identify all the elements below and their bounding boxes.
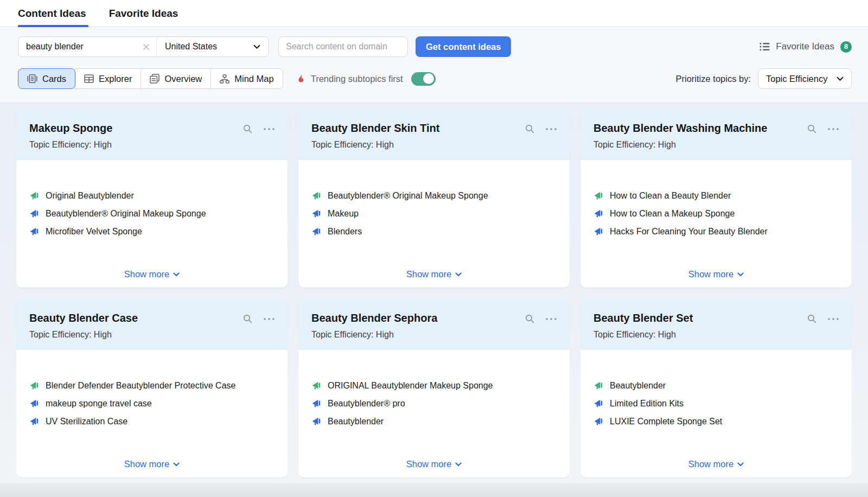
search-icon[interactable] bbox=[242, 124, 253, 134]
topic-item: Limited Edition Kits bbox=[593, 399, 839, 409]
ellipsis-icon[interactable] bbox=[827, 128, 839, 131]
prioritize-control: Prioritize topics by: Topic Efficiency bbox=[676, 68, 852, 89]
topic-efficiency: Topic Efficiency: High bbox=[593, 140, 839, 150]
show-more-label: Show more bbox=[124, 269, 169, 279]
topic-item: Beautyblender bbox=[311, 417, 557, 426]
search-icon[interactable] bbox=[807, 124, 817, 134]
topic-item: Makeup bbox=[311, 209, 557, 219]
view-explorer-button[interactable]: Explorer bbox=[75, 68, 141, 89]
megaphone-icon bbox=[593, 209, 603, 218]
topic-efficiency: Topic Efficiency: High bbox=[311, 330, 557, 340]
topic-list: Beautyblender® Original Makeup Sponge Ma… bbox=[298, 160, 570, 237]
card-header: Beauty Blender Case Topic Efficiency: Hi… bbox=[16, 298, 288, 350]
card-header: Makeup Sponge Topic Efficiency: High bbox=[16, 109, 288, 160]
show-more-link[interactable]: Show more bbox=[580, 459, 852, 469]
ellipsis-icon[interactable] bbox=[263, 128, 275, 131]
show-more-link[interactable]: Show more bbox=[580, 269, 852, 279]
topic-card: Beauty Blender Sephora Topic Efficiency:… bbox=[298, 298, 570, 477]
card-title: Beauty Blender Skin Tint bbox=[311, 122, 557, 135]
trending-label: Trending subtopics first bbox=[311, 74, 403, 84]
show-more-link[interactable]: Show more bbox=[16, 459, 288, 469]
show-more-link[interactable]: Show more bbox=[298, 459, 570, 469]
view-overview-button[interactable]: Overview bbox=[141, 68, 211, 89]
card-actions bbox=[807, 124, 839, 134]
controls-panel: United States Get content ideas Favorite… bbox=[0, 27, 868, 102]
search-icon[interactable] bbox=[525, 124, 535, 134]
keyword-input[interactable] bbox=[26, 42, 138, 52]
cards-area: Makeup Sponge Topic Efficiency: High Ori… bbox=[0, 102, 868, 483]
view-label: Cards bbox=[42, 74, 66, 84]
topic-item-label: Blenders bbox=[328, 227, 362, 237]
topic-item-label: Limited Edition Kits bbox=[610, 399, 684, 409]
megaphone-icon bbox=[311, 192, 321, 200]
topic-item: How to Clean a Beauty Blender bbox=[593, 191, 839, 201]
topic-list: Blender Defender Beautyblender Protectiv… bbox=[16, 350, 288, 426]
country-value: United States bbox=[165, 42, 217, 52]
favorite-ideas-link[interactable]: Favorite Ideas 8 bbox=[760, 41, 852, 53]
megaphone-icon bbox=[311, 381, 321, 390]
card-title: Makeup Sponge bbox=[29, 122, 275, 135]
topic-item-label: Beautyblender® Original Makeup Sponge bbox=[328, 191, 488, 201]
view-label: Explorer bbox=[99, 74, 132, 84]
chevron-down-icon bbox=[737, 462, 744, 467]
search-icon[interactable] bbox=[807, 314, 817, 324]
topic-item: Beautyblender® Original Makeup Sponge bbox=[29, 209, 275, 219]
prioritize-label: Prioritize topics by: bbox=[676, 74, 751, 84]
view-label: Mind Map bbox=[234, 74, 273, 84]
overview-icon bbox=[150, 74, 159, 84]
topic-card: Beauty Blender Set Topic Efficiency: Hig… bbox=[580, 298, 852, 477]
topic-item-label: makeup sponge travel case bbox=[46, 399, 152, 409]
view-mindmap-button[interactable]: Mind Map bbox=[210, 68, 283, 89]
topic-item-label: Makeup bbox=[328, 209, 359, 219]
topic-item-label: LUXIE Complete Sponge Set bbox=[610, 417, 722, 426]
trending-toggle[interactable] bbox=[411, 72, 436, 86]
megaphone-icon bbox=[29, 192, 39, 200]
tab-favorite-ideas[interactable]: Favorite Ideas bbox=[109, 0, 178, 27]
ellipsis-icon[interactable] bbox=[545, 128, 557, 131]
ellipsis-icon[interactable] bbox=[545, 317, 557, 321]
domain-search-input[interactable] bbox=[278, 36, 408, 57]
show-more-link[interactable]: Show more bbox=[298, 269, 570, 279]
show-more-label: Show more bbox=[406, 269, 451, 279]
ellipsis-icon[interactable] bbox=[827, 317, 839, 321]
megaphone-icon bbox=[593, 227, 603, 236]
card-title: Beauty Blender Set bbox=[593, 312, 839, 324]
clear-icon[interactable] bbox=[143, 43, 150, 50]
favorites-count-badge: 8 bbox=[840, 41, 852, 53]
topic-item: Blender Defender Beautyblender Protectiv… bbox=[29, 381, 275, 391]
prioritize-select[interactable]: Topic Efficiency bbox=[758, 68, 852, 89]
topic-item-label: How to Clean a Beauty Blender bbox=[610, 191, 731, 201]
card-actions bbox=[807, 314, 839, 324]
view-label: Overview bbox=[164, 74, 202, 84]
show-more-link[interactable]: Show more bbox=[16, 269, 288, 279]
search-icon[interactable] bbox=[525, 314, 535, 324]
tab-content-ideas[interactable]: Content Ideas bbox=[18, 0, 86, 27]
show-more-label: Show more bbox=[688, 459, 733, 469]
card-header: Beauty Blender Skin Tint Topic Efficienc… bbox=[298, 109, 570, 160]
ellipsis-icon[interactable] bbox=[263, 317, 275, 321]
country-select[interactable]: United States bbox=[157, 37, 269, 56]
chevron-down-icon bbox=[737, 272, 744, 277]
card-actions bbox=[242, 124, 275, 134]
topic-efficiency: Topic Efficiency: High bbox=[593, 330, 839, 340]
view-cards-button[interactable]: Cards bbox=[18, 68, 75, 89]
topic-item: Original Beautyblender bbox=[29, 191, 275, 201]
card-actions bbox=[242, 314, 275, 324]
topic-item: Beautyblender bbox=[593, 381, 839, 391]
search-icon[interactable] bbox=[242, 314, 253, 324]
flame-icon bbox=[296, 73, 305, 84]
topic-item: Microfiber Velvet Sponge bbox=[29, 227, 275, 237]
topic-efficiency: Topic Efficiency: High bbox=[311, 140, 557, 150]
keyword-field-wrap bbox=[18, 37, 157, 56]
topic-list: Beautyblender Limited Edition Kits LUXIE… bbox=[580, 350, 852, 426]
get-content-ideas-button[interactable]: Get content ideas bbox=[416, 36, 511, 57]
megaphone-icon bbox=[311, 399, 321, 408]
topic-item: Beautyblender® Original Makeup Sponge bbox=[311, 191, 557, 201]
megaphone-icon bbox=[29, 209, 39, 218]
topic-efficiency: Topic Efficiency: High bbox=[29, 330, 275, 340]
topic-item-label: ORIGINAL Beautyblender Makeup Sponge bbox=[328, 381, 493, 391]
topic-item: Hacks For Cleaning Your Beauty Blender bbox=[593, 227, 839, 237]
topic-item-label: Beautyblender® pro bbox=[328, 399, 405, 409]
filter-row: United States Get content ideas Favorite… bbox=[18, 36, 852, 57]
megaphone-icon bbox=[29, 381, 39, 390]
